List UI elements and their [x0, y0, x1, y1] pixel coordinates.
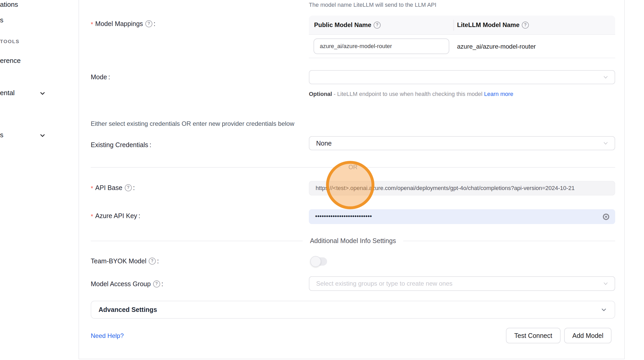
- add-model-form: The model name LiteLLM will send to the …: [79, 0, 625, 359]
- add-model-button[interactable]: Add Model: [564, 328, 612, 343]
- column-header-litellm-model-name: LiteLLM Model Name: [457, 21, 529, 29]
- header-text: Public Model Name: [314, 21, 371, 29]
- sidebar-item-label: s: [0, 131, 3, 139]
- azure-api-key-input[interactable]: ••••••••••••••••••••••••••: [309, 209, 615, 224]
- litellm-model-name-hint: The model name LiteLLM will send to the …: [309, 2, 436, 8]
- label-text: Model Access Group: [91, 280, 151, 288]
- label-text: Existing Credentials: [91, 141, 148, 149]
- label-text: API Base: [95, 184, 122, 192]
- model-access-group-label: Model Access Group: [91, 279, 163, 289]
- sidebar-item-label: s: [0, 16, 3, 24]
- mode-help-text: Optional - LiteLLM endpoint to use when …: [309, 89, 569, 99]
- mode-label: Mode: [91, 72, 110, 82]
- sidebar-item-api-reference[interactable]: erence: [0, 57, 21, 65]
- label-text: Azure API Key: [95, 212, 137, 220]
- sidebar-item-organizations[interactable]: ations: [0, 1, 18, 9]
- sidebar-item-label: ations: [0, 1, 18, 8]
- help-icon[interactable]: [153, 280, 160, 287]
- required-asterisk: *: [91, 213, 93, 220]
- credentials-note: Either select existing credentials OR en…: [91, 120, 294, 127]
- public-model-name-input[interactable]: [314, 38, 449, 54]
- additional-model-info-divider: Additional Model Info Settings: [91, 237, 615, 245]
- advanced-settings-panel[interactable]: Advanced Settings: [91, 301, 615, 319]
- existing-credentials-label: Existing Credentials: [91, 140, 151, 150]
- azure-api-key-label: * Azure API Key: [91, 211, 140, 221]
- or-text: OR: [341, 164, 365, 171]
- sidebar-item-label: erence: [0, 57, 21, 64]
- learn-more-link[interactable]: Learn more: [484, 91, 513, 97]
- sidebar-section-tools: TOOLS: [0, 39, 19, 44]
- label-text: Mode: [91, 73, 107, 81]
- help-icon[interactable]: [149, 258, 156, 265]
- sidebar-item-logs[interactable]: s: [0, 16, 3, 24]
- masked-key-value: ••••••••••••••••••••••••••: [315, 213, 372, 220]
- table-header-row: Public Model Name LiteLLM Model Name: [309, 16, 615, 35]
- eye-icon[interactable]: [602, 213, 610, 221]
- chevron-down-icon: [602, 140, 609, 147]
- divider-text: Additional Model Info Settings: [303, 237, 403, 245]
- optional-text: Optional: [309, 91, 332, 97]
- model-access-group-select[interactable]: Select existing groups or type to create…: [309, 276, 615, 291]
- api-base-value: https://<test>.openai.azure.com/openai/d…: [316, 185, 575, 192]
- litellm-model-name-value: azure_ai/azure-model-router: [457, 35, 536, 58]
- table-row: azure_ai/azure-model-router: [309, 35, 615, 58]
- chevron-down-icon: [39, 132, 46, 139]
- or-divider: OR: [91, 164, 615, 171]
- chevron-down-icon: [600, 306, 607, 313]
- team-byok-label: Team-BYOK Model: [91, 256, 159, 266]
- team-byok-toggle[interactable]: [311, 257, 327, 266]
- sidebar-item-label: ental: [0, 89, 15, 97]
- need-help-link[interactable]: Need Help?: [91, 332, 124, 339]
- test-connect-button[interactable]: Test Connect: [506, 328, 561, 343]
- sidebar-item-settings[interactable]: s: [0, 131, 3, 139]
- label-text: Model Mappings: [95, 20, 143, 28]
- label-text: Team-BYOK Model: [91, 257, 146, 265]
- api-base-label: * API Base: [91, 183, 135, 193]
- sidebar-item-experimental[interactable]: ental: [0, 89, 15, 97]
- column-header-public-model-name: Public Model Name: [309, 21, 457, 29]
- help-text: - LiteLLM endpoint to use when health ch…: [332, 91, 484, 97]
- column-separator: [453, 20, 454, 31]
- sidebar-section-label: TOOLS: [0, 39, 19, 44]
- required-asterisk: *: [91, 21, 93, 28]
- advanced-settings-title: Advanced Settings: [99, 306, 157, 313]
- chevron-down-icon: [602, 74, 609, 81]
- chevron-down-icon: [39, 90, 46, 97]
- toggle-knob: [310, 256, 321, 267]
- required-asterisk: *: [91, 185, 93, 192]
- help-icon[interactable]: [145, 20, 152, 27]
- chevron-down-icon: [602, 280, 609, 287]
- model-mappings-label: * Model Mappings: [91, 19, 155, 29]
- select-value: None: [316, 140, 332, 147]
- api-base-input[interactable]: https://<test>.openai.azure.com/openai/d…: [309, 181, 615, 195]
- header-text: LiteLLM Model Name: [457, 21, 519, 29]
- add-model-page: ations s TOOLS erence ental s The model …: [0, 0, 644, 360]
- select-placeholder: Select existing groups or type to create…: [316, 280, 452, 287]
- help-icon[interactable]: [522, 22, 529, 29]
- model-mappings-table: Public Model Name LiteLLM Model Name azu…: [309, 16, 615, 58]
- help-icon[interactable]: [374, 22, 381, 29]
- help-icon[interactable]: [125, 184, 132, 191]
- sidebar: ations s TOOLS erence ental s: [0, 0, 79, 360]
- existing-credentials-select[interactable]: None: [309, 136, 615, 150]
- mode-select[interactable]: [309, 70, 615, 84]
